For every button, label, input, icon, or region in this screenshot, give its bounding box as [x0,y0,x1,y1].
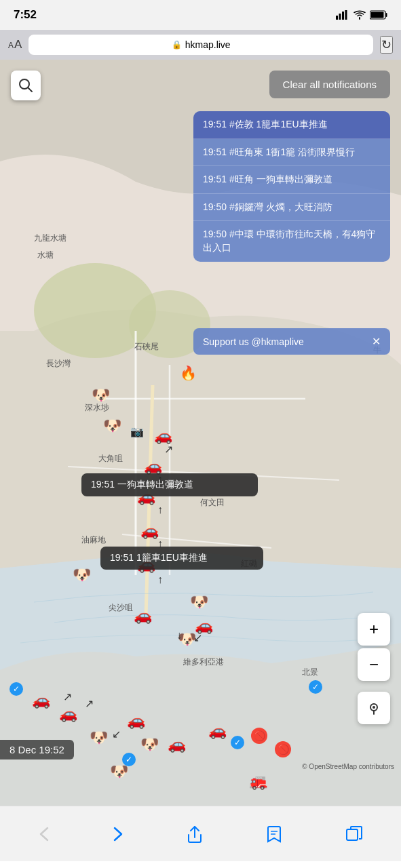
location-icon [366,701,381,715]
nav-bookmarks-button[interactable] [256,820,292,848]
svg-rect-0 [336,16,338,20]
notification-item-1[interactable]: 19:51 #佐敦 1籠車1EU車推進 [193,111,390,139]
notification-item-3[interactable]: 19:51 #旺角 一狗車轉出彌敦道 [193,166,390,194]
map-icon-car-4: 🚗 [140,522,159,540]
check-badge-1: ✓ [9,682,23,696]
zoom-in-button[interactable]: + [358,613,390,646]
zoom-out-button[interactable]: − [358,648,390,681]
arrow-6: ↙ [193,631,202,644]
notification-item-2[interactable]: 19:51 #旺角東 1衝1籠 沿街限界慢行 [193,139,390,167]
tabs-icon [346,826,362,842]
arrow-1: ↗ [164,443,173,456]
map-icon-dog-4: 🐶 [190,593,208,611]
check-badge-4: ✓ [122,753,136,766]
browser-bar: A A 🔒 hkmap.live ↻ [0,30,401,60]
nav-back-button[interactable] [28,821,60,847]
map-label-yau-ma-tei: 油麻地 [81,534,106,546]
map-label-kowloon-reservoir: 九龍水塘 [34,233,66,244]
map-icon-dog-6: 🐶 [90,729,108,747]
search-icon [18,78,33,93]
map-icon-car-10: 🚗 [127,712,145,730]
share-icon [187,825,202,843]
notification-item-5[interactable]: 19:50 #中環 中環街市往ifc天橋，有4狗守出入口 [193,221,390,261]
bottom-nav [0,806,401,861]
nav-share-button[interactable] [176,820,213,848]
svg-rect-5 [386,13,387,17]
back-icon [39,827,49,842]
location-button[interactable] [358,692,390,724]
map-icon-dog-1: 🐶 [92,387,110,404]
status-icons [336,10,387,20]
clear-notifications-button[interactable]: Clear all notifications [269,71,390,98]
search-button[interactable] [11,71,41,100]
arrow-10: ↓ [176,629,182,642]
map-container[interactable]: 九龍水塘 水塘 長沙灣 石硤尾 深水埗 大角咀 何文田 油麻地 紅磡 尖沙咀 維… [0,60,401,806]
svg-line-17 [28,87,32,92]
wifi-icon [354,10,366,20]
map-label-reservoir: 水塘 [37,250,54,261]
map-icon-camera: 📷 [130,425,144,438]
lock-icon: 🔒 [172,40,182,50]
notification-panel: 19:51 #佐敦 1籠車1EU車推進 19:51 #旺角東 1衝1籠 沿街限界… [193,111,390,262]
no-badge-1: 🚫 [251,728,267,744]
support-close-button[interactable]: ✕ [372,335,381,348]
nav-forward-button[interactable] [102,821,134,847]
check-badge-2: ✓ [309,680,322,694]
forward-icon [113,827,123,842]
tooltip-1: 19:51 一狗車轉出彌敦道 [81,473,258,496]
map-label-tsim-sha-tsui: 尖沙咀 [109,602,133,614]
map-icon-dog-8: 🐶 [140,736,159,753]
map-icon-car-9: 🚗 [59,705,77,723]
svg-rect-23 [347,829,358,840]
bookmarks-icon [267,825,282,843]
support-banner: Support us @hkmaplive ✕ [193,328,390,355]
battery-icon [370,10,387,20]
map-label-north: 北景 [302,667,318,678]
status-time: 7:52 [14,8,37,22]
svg-rect-2 [342,12,344,20]
svg-rect-3 [345,10,347,20]
map-icon-car-11: 🚗 [168,736,186,753]
osm-attribution: © OpenStreetMap contributors [302,763,394,770]
map-icon-car-6: 🚗 [134,607,152,625]
arrow-8: ↗ [85,697,94,710]
svg-rect-1 [339,14,341,20]
arrow-7: ↗ [63,690,72,703]
notification-item-4[interactable]: 19:50 #銅鑼灣 火燭，大旺消防 [193,194,390,222]
nav-tabs-button[interactable] [335,821,373,848]
map-label-victoria-harbour: 維多利亞港 [183,656,224,668]
tooltip-2: 19:51 1籠車1EU車推進 [100,547,263,570]
map-label-ho-man-tin: 何文田 [200,497,225,509]
map-label-shek-kip-mei: 石硤尾 [134,341,159,353]
home-indicator [0,861,401,868]
arrow-3: ↑ [157,504,163,516]
url-text: hkmap.live [185,39,231,50]
map-icon-fire: 🔥 [180,365,197,381]
svg-rect-6 [371,12,384,18]
svg-point-19 [373,706,375,709]
map-icon-dog-2: 🐶 [103,417,121,435]
map-icon-car-12: 🚗 [208,722,227,740]
map-icon-fire-truck: 🚒 [249,773,267,791]
url-bar[interactable]: 🔒 hkmap.live [28,35,373,55]
map-icon-dog-3: 🐶 [73,566,91,584]
text-size-button[interactable]: A A [8,38,22,52]
date-stamp: 8 Dec 19:52 [0,740,74,760]
support-text: Support us @hkmaplive [203,336,304,347]
arrow-9: ↙ [112,728,121,741]
signal-icon [336,10,349,20]
map-label-tai-kok-tsui: 大角咀 [98,453,123,465]
arrow-5: ↑ [157,574,163,586]
status-bar: 7:52 [0,0,401,30]
no-badge-2: 🚫 [275,741,291,757]
map-icon-car-8: 🚗 [32,692,50,709]
map-label-cheung-sha-wan: 長沙灣 [46,358,71,370]
check-badge-3: ✓ [231,736,244,749]
zoom-controls: + − [358,613,390,684]
refresh-button[interactable]: ↻ [380,36,393,54]
